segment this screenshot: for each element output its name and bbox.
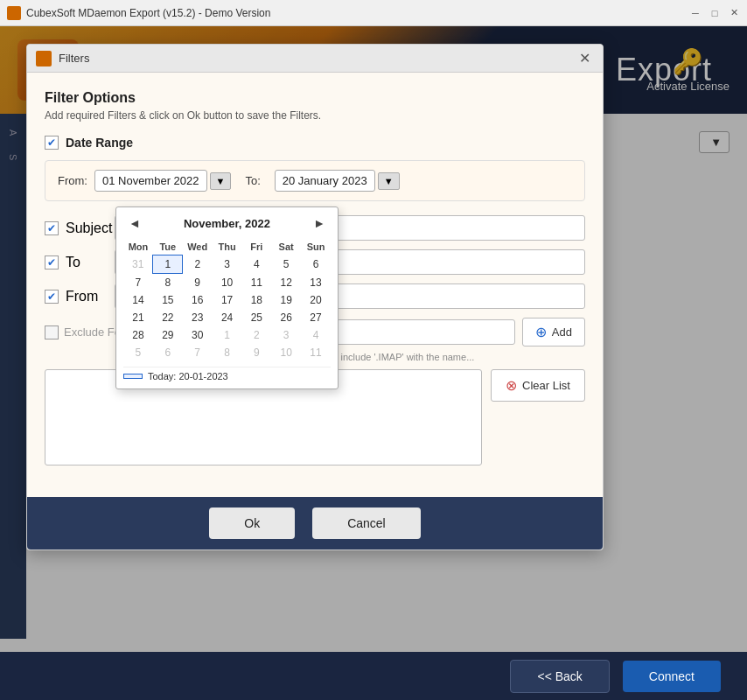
connect-button[interactable]: Connect <box>623 661 721 692</box>
close-window-button[interactable]: ✕ <box>728 7 740 19</box>
dialog-close-button[interactable]: ✕ <box>576 50 594 66</box>
calendar-today-box <box>123 374 143 379</box>
calendar-day[interactable]: 3 <box>213 256 242 274</box>
modal-overlay: Filters ✕ Filter Options Add required Fi… <box>0 26 747 652</box>
calendar-day[interactable]: 24 <box>213 309 242 326</box>
calendar-day[interactable]: 7 <box>123 274 153 292</box>
to-checkbox[interactable]: ✔ <box>45 256 59 270</box>
app-icon <box>7 6 21 20</box>
calendar-prev-button[interactable]: ◄ <box>123 214 146 232</box>
calendar-day[interactable]: 14 <box>123 291 153 309</box>
clear-list-button[interactable]: ⊗ Clear List <box>491 369 585 402</box>
calendar-day[interactable]: 5 <box>123 344 153 361</box>
to-label-text: To <box>66 255 80 270</box>
calendar-day[interactable]: 19 <box>271 291 301 309</box>
from-label-text: From <box>66 289 98 304</box>
dialog-title-text: Filters <box>59 52 576 65</box>
calendar-day[interactable]: 26 <box>271 309 301 326</box>
calendar-day[interactable]: 11 <box>301 344 331 361</box>
calendar-day[interactable]: 8 <box>213 344 242 361</box>
calendar-day[interactable]: 4 <box>241 256 271 274</box>
from-date-value: 01 November 2022 <box>102 174 199 187</box>
exclude-checkbox[interactable] <box>45 326 59 340</box>
calendar-day[interactable]: 2 <box>241 326 271 344</box>
calendar-day[interactable]: 6 <box>153 344 183 361</box>
app-container: ✦ CUBESOFT 🔑 Activate License MDaemon Ex… <box>0 26 747 700</box>
calendar-day[interactable]: 6 <box>301 256 331 274</box>
filter-options-title: Filter Options <box>45 90 585 106</box>
ok-button[interactable]: Ok <box>209 508 295 539</box>
minimize-button[interactable]: ─ <box>689 7 702 19</box>
date-range-row: From: 01 November 2022 ▼ To: 20 January … <box>45 160 585 201</box>
maximize-button[interactable]: □ <box>709 7 721 19</box>
calendar-day[interactable]: 25 <box>241 309 271 326</box>
calendar-day[interactable]: 15 <box>153 291 183 309</box>
calendar-day[interactable]: 11 <box>241 274 271 292</box>
calendar-day[interactable]: 10 <box>271 344 301 361</box>
add-folder-button[interactable]: ⊕ Add <box>522 318 585 346</box>
calendar-day[interactable]: 9 <box>241 344 271 361</box>
dialog-footer: Ok Cancel <box>27 497 603 550</box>
date-range-checkbox[interactable]: ✔ <box>45 136 59 150</box>
calendar-day[interactable]: 7 <box>183 344 213 361</box>
calendar-day[interactable]: 27 <box>301 309 331 326</box>
dialog-body: Filter Options Add required Filters & cl… <box>27 73 603 497</box>
subject-checkbox[interactable]: ✔ <box>45 221 59 235</box>
calendar-next-button[interactable]: ► <box>308 214 331 232</box>
add-button-label: Add <box>552 326 572 339</box>
bottom-bar: << Back Connect <box>0 652 747 700</box>
calendar-day[interactable]: 4 <box>301 326 331 344</box>
subject-label: Subject <box>66 220 112 236</box>
from-check-label: ✔ From <box>45 289 115 304</box>
calendar-day[interactable]: 12 <box>271 274 301 292</box>
to-label: To: <box>245 174 260 187</box>
calendar-day[interactable]: 10 <box>213 274 242 292</box>
calendar-day[interactable]: 30 <box>183 326 213 344</box>
calendar-day[interactable]: 21 <box>123 309 153 326</box>
filter-options-desc: Add required Filters & click on Ok butto… <box>45 109 585 122</box>
filters-dialog: Filters ✕ Filter Options Add required Fi… <box>26 44 604 550</box>
calendar-day[interactable]: 8 <box>153 274 183 292</box>
to-date-picker-button[interactable]: ▼ <box>378 172 400 190</box>
calendar-month-label: November, 2022 <box>184 217 270 230</box>
calendar-nav: ◄ November, 2022 ► <box>123 214 331 232</box>
date-range-section-header: ✔ Date Range <box>45 136 585 150</box>
from-date-picker-button[interactable]: ▼ <box>210 172 232 190</box>
add-icon: ⊕ <box>535 324 547 340</box>
title-bar-text: CubexSoft MDaemon Export (v15.2) - Demo … <box>26 7 689 19</box>
to-check-label: ✔ To <box>45 255 115 270</box>
calendar-today-row: Today: 20-01-2023 <box>123 367 331 382</box>
clear-list-label: Clear List <box>522 379 570 392</box>
to-date-value: 20 January 2023 <box>283 174 367 187</box>
calendar-grid: MonTueWedThuFriSatSun 311234567891011121… <box>123 239 331 361</box>
calendar-day[interactable]: 18 <box>241 291 271 309</box>
title-bar: CubexSoft MDaemon Export (v15.2) - Demo … <box>0 0 747 26</box>
calendar-day[interactable]: 9 <box>183 274 213 292</box>
calendar-today-text: Today: 20-01-2023 <box>148 371 228 382</box>
calendar-day[interactable]: 2 <box>183 256 213 274</box>
calendar-day[interactable]: 22 <box>153 309 183 326</box>
back-button[interactable]: << Back <box>510 660 609 693</box>
clear-icon: ⊗ <box>506 377 517 394</box>
from-checkbox[interactable]: ✔ <box>45 290 59 304</box>
calendar-day[interactable]: 1 <box>153 256 183 274</box>
calendar-day[interactable]: 3 <box>271 326 301 344</box>
calendar-day[interactable]: 28 <box>123 326 153 344</box>
calendar-day[interactable]: 5 <box>271 256 301 274</box>
calendar-day[interactable]: 17 <box>213 291 242 309</box>
cancel-button[interactable]: Cancel <box>312 508 421 539</box>
calendar-day[interactable]: 16 <box>183 291 213 309</box>
calendar-day[interactable]: 1 <box>213 326 242 344</box>
calendar-popup: ◄ November, 2022 ► MonTueWedThuFriSatSun… <box>115 206 339 389</box>
to-date-input[interactable]: 20 January 2023 <box>275 170 375 192</box>
calendar-day[interactable]: 20 <box>301 291 331 309</box>
dialog-title-bar: Filters ✕ <box>27 45 603 73</box>
calendar-day[interactable]: 31 <box>123 256 153 274</box>
from-label: From: <box>58 174 87 187</box>
calendar-day[interactable]: 29 <box>153 326 183 344</box>
title-bar-controls[interactable]: ─ □ ✕ <box>689 7 740 19</box>
subject-check-label: ✔ Subject <box>45 220 115 236</box>
from-date-input[interactable]: 01 November 2022 <box>94 170 207 192</box>
calendar-day[interactable]: 23 <box>183 309 213 326</box>
calendar-day[interactable]: 13 <box>301 274 331 292</box>
